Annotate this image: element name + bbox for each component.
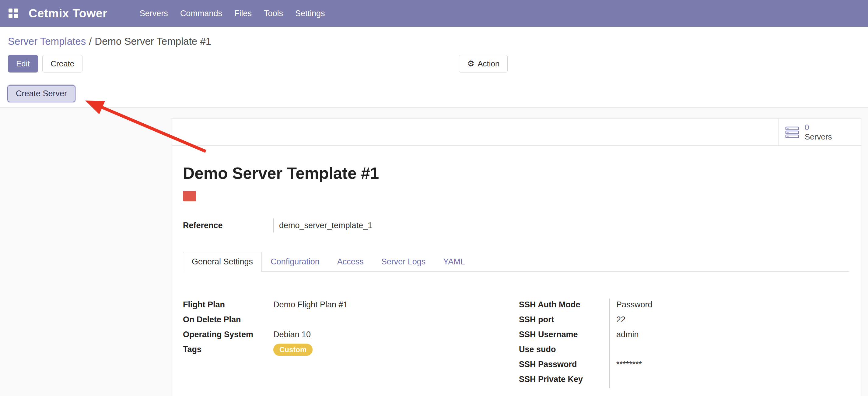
color-picker-swatch[interactable] [183,191,196,201]
ssh-password-value: ******** [609,358,849,373]
menu-item-settings[interactable]: Settings [289,5,331,23]
servers-stat-icon [785,126,800,138]
tab-general-settings[interactable]: General Settings [183,252,262,272]
operating-system-label: Operating System [183,329,273,341]
form-toolbar: Edit Create ⚙ Action [0,55,868,73]
edit-button[interactable]: Edit [8,55,38,73]
ssh-password-label: SSH Password [519,358,609,370]
ssh-auth-mode-value: Password [609,299,849,313]
ssh-private-key-value [609,373,849,388]
use-sudo-label: Use sudo [519,343,609,356]
content-area: 0 Servers Demo Server Template #1 Refere… [0,108,868,396]
ssh-username-label: SSH Username [519,329,609,341]
field-row-flight-plan: Flight Plan Demo Flight Plan #1 [183,299,519,313]
breadcrumb-separator: / [86,36,95,47]
servers-stat-label: Servers [805,132,832,142]
menu-item-commands[interactable]: Commands [174,5,228,23]
field-row-use-sudo: Use sudo [519,343,849,358]
ssh-username-value: admin [609,329,849,343]
ssh-port-label: SSH port [519,313,609,326]
field-row-ssh-auth-mode: SSH Auth Mode Password [519,299,849,313]
field-row-ssh-port: SSH port 22 [519,313,849,329]
apps-grid-icon[interactable] [8,8,18,18]
action-button[interactable]: ⚙ Action [459,55,508,73]
tab-server-logs[interactable]: Server Logs [373,252,435,272]
operating-system-value-link[interactable]: Debian 10 [273,329,311,341]
create-server-button[interactable]: Create Server [7,85,75,102]
statusbar: Create Server [0,81,868,108]
flight-plan-label: Flight Plan [183,299,273,311]
servers-stat-button[interactable]: 0 Servers [778,119,861,145]
tab-configuration[interactable]: Configuration [262,252,329,272]
reference-value: demo_server_template_1 [274,219,372,232]
field-row-operating-system: Operating System Debian 10 [183,329,519,343]
servers-stat-text: 0 Servers [805,123,832,142]
menu-item-files[interactable]: Files [228,5,258,23]
reference-field-row: Reference demo_server_template_1 [183,219,849,232]
field-group-left: Flight Plan Demo Flight Plan #1 On Delet… [183,299,519,388]
action-button-label: Action [477,59,499,68]
menu-item-servers[interactable]: Servers [134,5,174,23]
on-delete-plan-label: On Delete Plan [183,313,273,326]
app-brand[interactable]: Cetmix Tower [29,7,107,20]
field-row-ssh-private-key: SSH Private Key [519,373,849,388]
field-group-right: SSH Auth Mode Password SSH port 22 SSH U… [519,299,849,388]
form-sheet: 0 Servers Demo Server Template #1 Refere… [172,118,861,396]
sheet-body: Demo Server Template #1 Reference demo_s… [172,164,861,396]
servers-stat-value: 0 [805,123,832,132]
field-row-tags: Tags Custom [183,343,519,358]
create-button[interactable]: Create [42,55,83,73]
stat-button-box: 0 Servers [172,119,861,146]
header-zone: Server Templates/Demo Server Template #1… [0,27,868,108]
use-sudo-value [609,343,849,358]
ssh-port-value: 22 [609,313,849,329]
breadcrumb: Server Templates/Demo Server Template #1 [0,27,868,48]
ssh-private-key-label: SSH Private Key [519,373,609,385]
breadcrumb-current: Demo Server Template #1 [95,36,211,47]
gear-icon: ⚙ [467,59,474,68]
menu-item-tools[interactable]: Tools [258,5,289,23]
ssh-auth-mode-label: SSH Auth Mode [519,299,609,311]
field-groups: Flight Plan Demo Flight Plan #1 On Delet… [183,299,849,388]
reference-label: Reference [183,219,273,232]
main-menu: Servers Commands Files Tools Settings [134,5,331,23]
flight-plan-value-link[interactable]: Demo Flight Plan #1 [273,299,348,311]
field-row-on-delete-plan: On Delete Plan [183,313,519,329]
tab-yaml[interactable]: YAML [434,252,474,272]
tags-label: Tags [183,343,273,356]
field-row-ssh-password: SSH Password ******** [519,358,849,373]
record-title: Demo Server Template #1 [183,164,849,182]
tab-access[interactable]: Access [329,252,373,272]
top-navbar: Cetmix Tower Servers Commands Files Tool… [0,0,868,27]
notebook-tabs: General Settings Configuration Access Se… [183,252,849,272]
tag-badge-custom[interactable]: Custom [273,344,313,356]
breadcrumb-parent-link[interactable]: Server Templates [8,36,86,47]
field-row-ssh-username: SSH Username admin [519,329,849,343]
